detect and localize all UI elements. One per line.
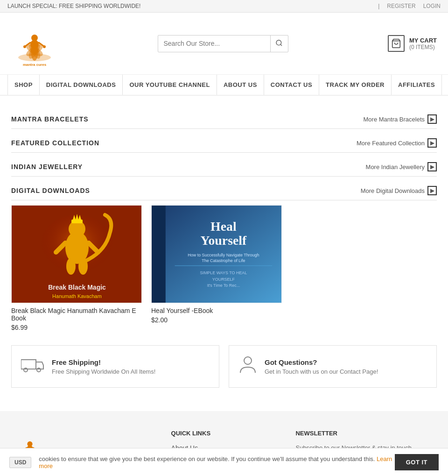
nav-item-affiliates[interactable]: AFFILIATES (392, 75, 442, 95)
svg-point-10 (23, 45, 26, 48)
benefit-shipping-text: Free Shipping! Free Shipping Worldwide O… (52, 358, 155, 375)
digital-downloads-more[interactable]: More Digital Downloads ▶ (361, 186, 437, 195)
benefits-section: Free Shipping! Free Shipping Worldwide O… (11, 345, 437, 388)
benefit-shipping-sub: Free Shipping Worldwide On All Items! (52, 368, 155, 375)
svg-point-26 (70, 231, 84, 250)
mantra-bracelets-more[interactable]: More Mantra Bracelets ▶ (364, 114, 437, 124)
main-content: MANTRA BRACELETS More Mantra Bracelets ▶… (0, 96, 448, 397)
benefit-shipping-title: Free Shipping! (52, 358, 155, 366)
top-bar-right: | REGISTER LOGIN (378, 3, 441, 9)
digital-downloads-arrow: ▶ (427, 186, 437, 195)
indian-jewellery-header: INDIAN JEWELLERY More Indian Jewellery ▶ (11, 162, 437, 171)
login-link[interactable]: LOGIN (423, 3, 441, 9)
nav-item-about-us[interactable]: ABOUT US (217, 75, 264, 95)
nav-item-shop[interactable]: SHOP (7, 75, 40, 95)
digital-downloads-title: DIGITAL DOWNLOADS (11, 187, 90, 194)
svg-text:The Catastrophe of Life: The Catastrophe of Life (202, 258, 245, 263)
cart-icon (388, 35, 405, 52)
top-bar: LAUNCH SPECIAL: FREE SHIPPING WORLDWIDE!… (0, 0, 448, 13)
featured-collection-title: FEATURED COLLECTION (11, 139, 99, 147)
svg-point-11 (43, 45, 46, 48)
svg-text:Yourself: Yourself (200, 233, 247, 248)
nav-item-youtube[interactable]: OUR YOUTUBE CHANNEL (123, 75, 217, 95)
logo-area[interactable]: mantra cures (11, 20, 58, 67)
svg-text:Heal: Heal (210, 219, 237, 234)
digital-downloads-header: DIGITAL DOWNLOADS More Digital Downloads… (11, 186, 437, 195)
indian-jewellery-arrow: ▶ (427, 162, 437, 171)
header: mantra cures MY CART (0 ITEMS) (0, 13, 448, 75)
benefit-questions-text: Got Questions? Get in Touch with us on o… (265, 358, 378, 375)
nav-item-digital-downloads[interactable]: DIGITAL DOWNLOADS (40, 75, 123, 95)
benefit-questions-sub: Get in Touch with us on our Contact Page… (265, 368, 378, 375)
search-button[interactable] (270, 36, 287, 52)
indian-jewellery-title: INDIAN JEWELLERY (11, 163, 83, 171)
featured-collection-arrow: ▶ (427, 138, 437, 148)
footer-newsletter-title: NEWSLETTER (295, 430, 437, 437)
svg-text:YOURSELF: YOURSELF (212, 277, 235, 282)
product-price-2: $2.00 (151, 316, 282, 324)
got-it-button[interactable]: GOT IT (395, 454, 439, 470)
svg-rect-33 (152, 206, 166, 303)
benefit-questions-title: Got Questions? (265, 358, 378, 366)
svg-point-28 (78, 258, 88, 275)
mantra-bracelets-title: MANTRA BRACELETS (11, 115, 89, 123)
product-name-1: Break Black Magic Hanumath Kavacham E Bo… (11, 307, 142, 322)
promo-text: LAUNCH SPECIAL: FREE SHIPPING WORLDWIDE! (7, 3, 140, 9)
svg-point-27 (66, 258, 76, 275)
product-image-1: Break Black Magic Hanumath Kavacham (11, 205, 142, 303)
svg-point-13 (276, 40, 281, 45)
person-icon (238, 355, 257, 378)
search-area[interactable] (158, 35, 288, 52)
separator: | (378, 3, 379, 9)
svg-text:mantra cures: mantra cures (23, 63, 47, 67)
cookie-bar: USD cookies to ensure that we give you t… (0, 448, 448, 476)
benefit-questions: Got Questions? Get in Touch with us on o… (229, 345, 437, 388)
svg-text:SIMPLE WAYS TO HEAL: SIMPLE WAYS TO HEAL (200, 270, 247, 275)
svg-text:How to Successfully Navigate T: How to Successfully Navigate Through (188, 253, 259, 257)
indian-jewellery-more[interactable]: More Indian Jewellery ▶ (366, 162, 437, 171)
product-card-2[interactable]: Heal Yourself How to Successfully Naviga… (151, 205, 282, 331)
svg-rect-20 (71, 220, 83, 223)
svg-text:Hanumath Kavacham: Hanumath Kavacham (52, 293, 102, 299)
product-card-1[interactable]: Break Black Magic Hanumath Kavacham Brea… (11, 205, 142, 331)
footer-quick-links-title: QUICK LINKS (171, 430, 277, 437)
logo[interactable]: mantra cures (11, 20, 58, 67)
cart-info: MY CART (0 ITEMS) (409, 37, 437, 50)
register-link[interactable]: REGISTER (387, 3, 415, 9)
search-input[interactable] (158, 36, 270, 51)
nav-item-contact-us[interactable]: CONTACT US (264, 75, 319, 95)
product-name-2: Heal Yourself -EBook (151, 307, 282, 314)
svg-text:Break Black Magic: Break Black Magic (48, 284, 106, 291)
featured-collection-header: FEATURED COLLECTION More Featured Collec… (11, 138, 437, 148)
mantra-bracelets-arrow: ▶ (427, 114, 437, 124)
mantra-bracelets-header: MANTRA BRACELETS More Mantra Bracelets ▶ (11, 114, 437, 124)
cookie-text: cookies to ensure that we give you the b… (39, 455, 394, 469)
cart-label: MY CART (409, 37, 437, 44)
navigation: SHOP DIGITAL DOWNLOADS OUR YOUTUBE CHANN… (0, 75, 448, 96)
cart-items: (0 ITEMS) (409, 44, 437, 50)
svg-point-7 (30, 40, 39, 49)
svg-rect-42 (21, 360, 36, 369)
cart-area[interactable]: MY CART (0 ITEMS) (388, 35, 437, 52)
svg-point-45 (244, 357, 252, 364)
featured-collection-more[interactable]: More Featured Collection ▶ (357, 138, 437, 148)
currency-badge[interactable]: USD (9, 457, 31, 468)
product-grid: Break Black Magic Hanumath Kavacham Brea… (11, 205, 437, 331)
benefit-shipping: Free Shipping! Free Shipping Worldwide O… (11, 345, 219, 388)
nav-item-track-order[interactable]: TRACK MY ORDER (319, 75, 392, 95)
svg-text:It's Time To Rec...: It's Time To Rec... (207, 283, 240, 288)
truck-icon (21, 355, 44, 378)
product-price-1: $6.99 (11, 324, 142, 331)
product-image-2: Heal Yourself How to Successfully Naviga… (151, 205, 282, 303)
svg-line-14 (280, 44, 282, 46)
